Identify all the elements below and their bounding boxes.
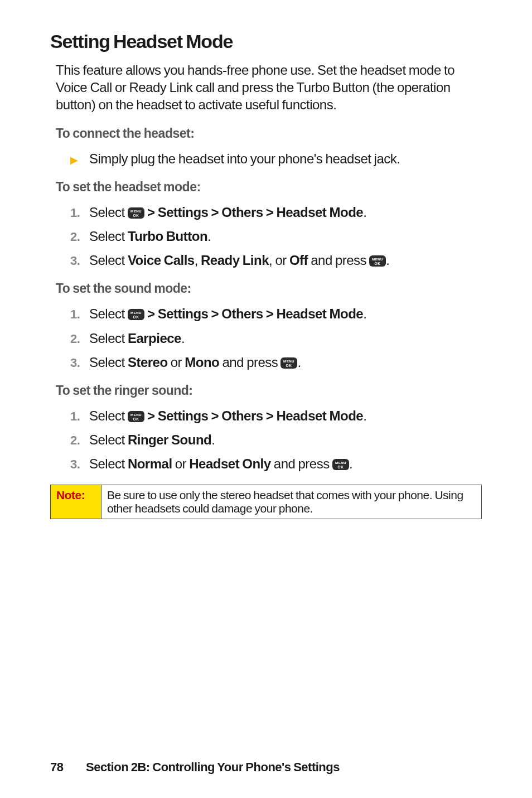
page-number: 78 [50,760,63,774]
step-item: 1. Select > Settings > Others > Headset … [50,204,482,221]
step-text: Select Turbo Button. [89,228,211,245]
subhead-connect: To connect the headset: [56,126,482,141]
step-text: Select Voice Calls, Ready Link, or Off a… [89,252,389,269]
step-text: Select > Settings > Others > Headset Mod… [89,204,366,221]
step-number: 1. [70,409,89,424]
page-footer: 78 Section 2B: Controlling Your Phone's … [50,760,340,775]
step-text: Select Earpiece. [89,330,185,347]
menu-ok-icon [128,207,144,219]
step-number: 2. [70,433,89,448]
subhead-ringer-sound: To set the ringer sound: [56,383,482,398]
ringer-steps: 1. Select > Settings > Others > Headset … [50,407,482,473]
step-text: Select > Settings > Others > Headset Mod… [89,305,366,322]
menu-ok-icon [332,459,349,470]
note-box: Note: Be sure to use only the stereo hea… [50,485,482,519]
list-item: ▶ Simply plug the headset into your phon… [50,150,482,167]
section-title: Section 2B: Controlling Your Phone's Set… [86,760,340,774]
step-item: 1. Select > Settings > Others > Headset … [50,305,482,322]
step-item: 3. Select Voice Calls, Ready Link, or Of… [50,252,482,269]
menu-ok-icon [128,411,144,422]
intro-paragraph: This feature allows you hands-free phone… [56,61,476,114]
sound-mode-steps: 1. Select > Settings > Others > Headset … [50,305,482,371]
menu-ok-icon [128,309,144,320]
menu-ok-icon [280,357,297,369]
step-item: 2. Select Ringer Sound. [50,431,482,448]
step-number: 3. [70,254,89,268]
headset-mode-steps: 1. Select > Settings > Others > Headset … [50,204,482,269]
step-number: 3. [70,356,89,370]
step-number: 1. [70,307,89,322]
subhead-headset-mode: To set the headset mode: [56,180,482,195]
note-text: Be sure to use only the stereo headset t… [101,485,482,519]
step-item: 3. Select Stereo or Mono and press . [50,354,482,371]
page-heading: Setting Headset Mode [50,31,482,52]
connect-list: ▶ Simply plug the headset into your phon… [50,150,482,167]
step-text: Select Normal or Headset Only and press … [89,455,352,472]
step-number: 3. [70,457,89,472]
step-text: Select > Settings > Others > Headset Mod… [89,407,366,424]
step-number: 1. [70,206,89,220]
step-item: 2. Select Turbo Button. [50,228,482,245]
bullet-text: Simply plug the headset into your phone'… [89,150,400,167]
step-item: 1. Select > Settings > Others > Headset … [50,407,482,424]
menu-ok-icon [369,255,386,267]
step-number: 2. [70,332,89,346]
subhead-sound-mode: To set the sound mode: [56,281,482,296]
step-item: 2. Select Earpiece. [50,330,482,347]
step-text: Select Stereo or Mono and press . [89,354,301,371]
manual-page: Setting Headset Mode This feature allows… [0,0,532,798]
note-label: Note: [51,485,101,519]
step-text: Select Ringer Sound. [89,431,215,448]
bullet-triangle-icon: ▶ [70,154,89,166]
step-item: 3. Select Normal or Headset Only and pre… [50,455,482,472]
step-number: 2. [70,230,89,244]
